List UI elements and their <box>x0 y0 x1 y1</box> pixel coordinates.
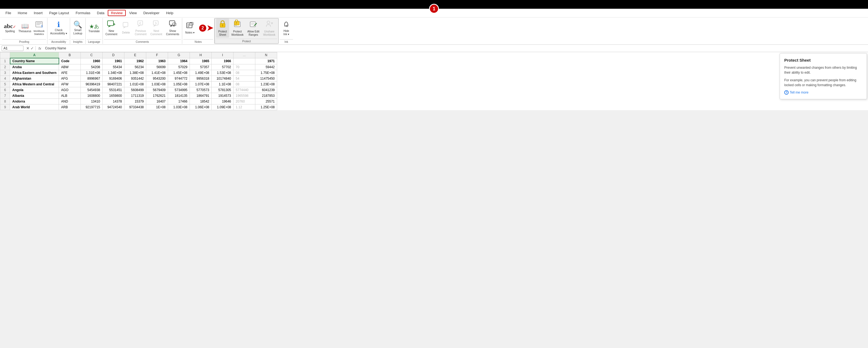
cell-b3[interactable]: AFE <box>59 70 81 76</box>
cell-d3[interactable]: 1.34E+08 <box>102 70 124 76</box>
cell-e5[interactable]: 1.01E+08 <box>124 82 146 87</box>
cell-h3[interactable]: 1.49E+08 <box>190 70 212 76</box>
cell-e6[interactable]: 5608499 <box>124 87 146 93</box>
cell-b9[interactable]: ARB <box>59 104 81 110</box>
cell-i4[interactable]: 10174840 <box>212 76 234 82</box>
cell-a2[interactable]: Aruba <box>10 64 59 70</box>
cell-i5[interactable]: 1.1E+08 <box>212 82 234 87</box>
cell-c2[interactable]: 54208 <box>81 64 102 70</box>
cell-n8[interactable]: 25571 <box>255 99 277 104</box>
cell-h1[interactable]: 1965 <box>190 58 212 64</box>
cell-e8[interactable]: 15379 <box>124 99 146 104</box>
cell-d7[interactable]: 1659800 <box>102 93 124 99</box>
cell-n7[interactable]: 2187853 <box>255 93 277 99</box>
cell-e7[interactable]: 1711319 <box>124 93 146 99</box>
cell-d6[interactable]: 5531451 <box>102 87 124 93</box>
cell-d5[interactable]: 98407221 <box>102 82 124 87</box>
cell-e1[interactable]: 1962 <box>124 58 146 64</box>
cell-b2[interactable]: ABW <box>59 64 81 70</box>
cell-g7[interactable]: 1814135 <box>168 93 190 99</box>
cell-c8[interactable]: 13410 <box>81 99 102 104</box>
cell-g3[interactable]: 1.45E+08 <box>168 70 190 76</box>
cell-a5[interactable]: Africa Western and Central <box>10 82 59 87</box>
cell-n4[interactable]: 11475450 <box>255 76 277 82</box>
cell-b4[interactable]: AFG <box>59 76 81 82</box>
col-header-n[interactable]: N <box>255 52 277 58</box>
cell-n9[interactable]: 1.25E+08 <box>255 104 277 110</box>
protect-sheet-button[interactable]: ProtectSheet <box>216 19 229 38</box>
show-comments-button[interactable]: ShowComments <box>164 19 181 37</box>
col-header-b[interactable]: B <box>59 52 81 58</box>
cell-b1[interactable]: Code <box>59 58 81 64</box>
cell-f8[interactable]: 16407 <box>146 99 168 104</box>
cell-d1[interactable]: 1961 <box>102 58 124 64</box>
cell-g5[interactable]: 1.05E+08 <box>168 82 190 87</box>
cell-n2[interactable]: 59442 <box>255 64 277 70</box>
col-header-d[interactable]: D <box>102 52 124 58</box>
cell-h9[interactable]: 1.06E+08 <box>190 104 212 110</box>
check-accessibility-button[interactable]: ℹ CheckAccessibility ▾ <box>49 20 69 36</box>
menu-formulas[interactable]: Formulas <box>72 10 94 16</box>
cell-e2[interactable]: 56234 <box>124 64 146 70</box>
cell-a3[interactable]: Africa Eastern and Southern <box>10 70 59 76</box>
cell-a6[interactable]: Angola <box>10 87 59 93</box>
allow-edit-ranges-button[interactable]: Allow EditRanges <box>246 19 261 38</box>
cell-h8[interactable]: 18542 <box>190 99 212 104</box>
smart-lookup-button[interactable]: 🔍 SmartLookup <box>71 20 84 36</box>
cell-b7[interactable]: ALB <box>59 93 81 99</box>
cell-h4[interactable]: 9956318 <box>190 76 212 82</box>
cell-c5[interactable]: 96396419 <box>81 82 102 87</box>
cell-h2[interactable]: 57357 <box>190 64 212 70</box>
cell-a1[interactable]: Country Name <box>10 58 59 64</box>
cell-n1[interactable]: 1971 <box>255 58 277 64</box>
cell-f5[interactable]: 1.03E+08 <box>146 82 168 87</box>
previous-comment-button[interactable]: PreviousComment <box>133 19 148 37</box>
col-header-i[interactable]: I <box>212 52 234 58</box>
cancel-icon[interactable]: ✕ <box>26 46 29 51</box>
cell-c9[interactable]: 92197715 <box>81 104 102 110</box>
cell-f1[interactable]: 1963 <box>146 58 168 64</box>
confirm-icon[interactable]: ✓ <box>31 46 34 51</box>
cell-h7[interactable]: 1864791 <box>190 93 212 99</box>
menu-developer[interactable]: Developer <box>140 10 162 16</box>
cell-g6[interactable]: 5734995 <box>168 87 190 93</box>
menu-home[interactable]: Home <box>14 10 31 16</box>
cell-e9[interactable]: 97334438 <box>124 104 146 110</box>
cell-n3[interactable]: 1.75E+08 <box>255 70 277 76</box>
cell-b6[interactable]: AGO <box>59 87 81 93</box>
cell-c4[interactable]: 8996967 <box>81 76 102 82</box>
cell-d8[interactable]: 14378 <box>102 99 124 104</box>
translate-button[interactable]: ★あ Translate <box>87 22 101 34</box>
col-header-a[interactable]: A <box>10 52 59 58</box>
menu-page-layout[interactable]: Page Layout <box>46 10 72 16</box>
col-header-h[interactable]: H <box>190 52 212 58</box>
cell-b8[interactable]: AND <box>59 99 81 104</box>
cell-d2[interactable]: 55434 <box>102 64 124 70</box>
cell-n6[interactable]: 6041239 <box>255 87 277 93</box>
tell-me-more-link[interactable]: ? Tell me more <box>784 90 862 95</box>
menu-view[interactable]: View <box>126 10 140 16</box>
thesaurus-button[interactable]: 📖 Thesaurus <box>18 22 31 34</box>
menu-review[interactable]: Review <box>108 10 126 16</box>
cell-a4[interactable]: Afghanistan <box>10 76 59 82</box>
cell-f2[interactable]: 56699 <box>146 64 168 70</box>
cell-e4[interactable]: 9351442 <box>124 76 146 82</box>
cell-f7[interactable]: 1762621 <box>146 93 168 99</box>
cell-a9[interactable]: Arab World <box>10 104 59 110</box>
cell-g2[interactable]: 57029 <box>168 64 190 70</box>
cell-f4[interactable]: 9543200 <box>146 76 168 82</box>
cell-g8[interactable]: 17466 <box>168 99 190 104</box>
next-comment-button[interactable]: NextComment <box>149 19 164 37</box>
cell-reference[interactable] <box>2 45 24 51</box>
cell-i6[interactable]: 5781305 <box>212 87 234 93</box>
delete-comment-button[interactable]: Delete <box>120 21 132 35</box>
cell-f6[interactable]: 5679409 <box>146 87 168 93</box>
cell-d4[interactable]: 9169406 <box>102 76 124 82</box>
cell-g9[interactable]: 1.03E+08 <box>168 104 190 110</box>
cell-c7[interactable]: 1608800 <box>81 93 102 99</box>
cell-g1[interactable]: 1964 <box>168 58 190 64</box>
cell-c3[interactable]: 1.31E+08 <box>81 70 102 76</box>
workbook-stats-button[interactable]: 123 WorkbookStatistics <box>32 19 46 37</box>
col-header-c[interactable]: C <box>81 52 102 58</box>
col-header-f[interactable]: F <box>146 52 168 58</box>
